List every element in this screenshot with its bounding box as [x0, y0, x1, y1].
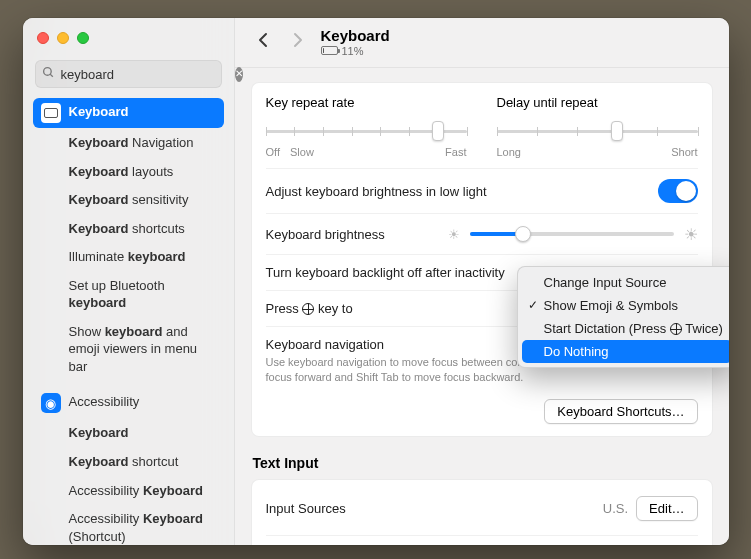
sidebar-item[interactable]: Keyboard shortcut	[33, 448, 224, 476]
search-input[interactable]	[61, 67, 229, 82]
backlight-off-label: Turn keyboard backlight off after inacti…	[266, 265, 505, 280]
key-repeat-label: Key repeat rate	[266, 95, 467, 110]
sidebar-item[interactable]: Keyboard	[33, 98, 224, 128]
sidebar-item-label: Accessibility Keyboard (Shortcut)	[69, 510, 216, 545]
brightness-label: Keyboard brightness	[266, 227, 385, 242]
menu-item[interactable]: Do Nothing	[522, 340, 729, 363]
zoom-window-button[interactable]	[77, 32, 89, 44]
svg-line-1	[50, 74, 53, 77]
search-icon	[42, 66, 55, 82]
press-globe-label: Press key to	[266, 301, 353, 316]
sidebar: ✕ KeyboardKeyboard NavigationKeyboard la…	[23, 18, 235, 545]
header: Keyboard 11%	[235, 18, 729, 68]
input-sources-value: U.S.	[603, 501, 628, 516]
sidebar-item-label: Keyboard shortcut	[69, 453, 216, 471]
sidebar-item[interactable]: Keyboard Navigation	[33, 129, 224, 157]
text-input-section-title: Text Input	[253, 455, 711, 471]
menu-item[interactable]: Show Emoji & Symbols	[522, 294, 729, 317]
battery-status: 11%	[321, 45, 390, 57]
scale-slow: Slow	[290, 146, 314, 158]
sidebar-item[interactable]: Show keyboard and emoji viewers in menu …	[33, 318, 224, 381]
menu-item[interactable]: Change Input Source	[522, 271, 729, 294]
battery-pct: 11%	[342, 45, 364, 57]
key-repeat-block: Key repeat rate Off Slow Fast	[266, 95, 467, 158]
text-input-card: Input Sources U.S. Edit… Text Replacemen…	[251, 479, 713, 545]
globe-icon	[302, 303, 314, 315]
scale-long: Long	[497, 146, 521, 158]
globe-key-menu[interactable]: Change Input SourceShow Emoji & SymbolsS…	[517, 266, 729, 368]
delay-label: Delay until repeat	[497, 95, 698, 110]
sidebar-item-label: Show keyboard and emoji viewers in menu …	[69, 323, 216, 376]
close-window-button[interactable]	[37, 32, 49, 44]
delay-slider[interactable]	[497, 120, 698, 142]
sidebar-item-label: Illuminate keyboard	[69, 248, 216, 266]
sidebar-item-label: Accessibility	[69, 393, 216, 411]
forward-button[interactable]	[287, 32, 309, 53]
scale-short: Short	[671, 146, 697, 158]
accessibility-icon: ◉	[41, 393, 61, 413]
keyboard-shortcuts-button[interactable]: Keyboard Shortcuts…	[544, 399, 697, 424]
sun-high-icon: ☀︎	[684, 225, 698, 244]
sidebar-item-label: Keyboard Navigation	[69, 134, 216, 152]
sidebar-item[interactable]: Set up Bluetooth keyboard	[33, 272, 224, 317]
scale-fast: Fast	[445, 146, 466, 158]
keyboard-icon	[41, 103, 61, 123]
auto-brightness-toggle[interactable]	[658, 179, 698, 203]
sidebar-list[interactable]: KeyboardKeyboard NavigationKeyboard layo…	[23, 98, 234, 545]
back-button[interactable]	[253, 32, 275, 53]
sidebar-item-label: Keyboard	[69, 424, 216, 442]
globe-icon	[670, 323, 682, 335]
minimize-window-button[interactable]	[57, 32, 69, 44]
sidebar-item-label: Keyboard	[69, 103, 216, 121]
sidebar-item-label: Keyboard sensitivity	[69, 191, 216, 209]
page-title: Keyboard	[321, 28, 390, 45]
input-sources-label: Input Sources	[266, 501, 346, 516]
menu-item[interactable]: Start Dictation (Press Twice)	[522, 317, 729, 340]
sidebar-item[interactable]: Keyboard	[33, 419, 224, 447]
sidebar-item[interactable]: Keyboard shortcuts	[33, 215, 224, 243]
svg-point-0	[43, 68, 51, 76]
battery-icon	[321, 46, 338, 55]
slider-knob[interactable]	[432, 121, 444, 141]
scale-off: Off	[266, 146, 280, 158]
sidebar-item[interactable]: Illuminate keyboard	[33, 243, 224, 271]
sidebar-item[interactable]: Accessibility Keyboard (Shortcut)	[33, 505, 224, 545]
sidebar-item-label: Keyboard shortcuts	[69, 220, 216, 238]
sidebar-item-label: Accessibility Keyboard	[69, 482, 216, 500]
slider-knob[interactable]	[611, 121, 623, 141]
sun-low-icon: ☀︎	[448, 227, 460, 242]
keyboard-card: Key repeat rate Off Slow Fast	[251, 82, 713, 437]
settings-window: ✕ KeyboardKeyboard NavigationKeyboard la…	[23, 18, 729, 545]
auto-brightness-label: Adjust keyboard brightness in low light	[266, 184, 487, 199]
sidebar-item[interactable]: Accessibility Keyboard	[33, 477, 224, 505]
edit-input-sources-button[interactable]: Edit…	[636, 496, 697, 521]
key-repeat-slider[interactable]	[266, 120, 467, 142]
sidebar-item[interactable]: Keyboard sensitivity	[33, 186, 224, 214]
sidebar-item-label: Keyboard layouts	[69, 163, 216, 181]
sidebar-item[interactable]: ◉Accessibility	[33, 388, 224, 418]
sidebar-item[interactable]: Keyboard layouts	[33, 158, 224, 186]
sidebar-item-label: Set up Bluetooth keyboard	[69, 277, 216, 312]
brightness-slider[interactable]	[470, 224, 674, 244]
main-panel: Keyboard 11% Key repeat rate	[235, 18, 729, 545]
search-field[interactable]: ✕	[35, 60, 222, 88]
window-controls	[23, 18, 234, 52]
delay-block: Delay until repeat Long Short	[497, 95, 698, 158]
content-scroll[interactable]: Key repeat rate Off Slow Fast	[235, 68, 729, 545]
